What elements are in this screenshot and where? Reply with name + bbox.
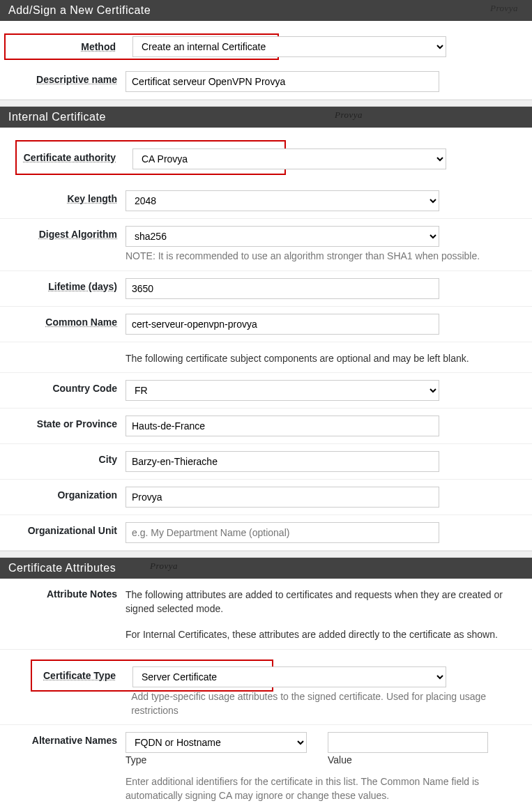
state-label: State or Province bbox=[37, 418, 117, 429]
org-input[interactable] bbox=[126, 487, 439, 508]
country-select[interactable]: FR bbox=[126, 380, 439, 401]
section-spacer bbox=[0, 100, 532, 107]
ou-input[interactable] bbox=[126, 522, 439, 543]
panel-header-cert-attrs: Certificate Attributes Provya bbox=[0, 558, 532, 579]
descriptive-name-input[interactable] bbox=[126, 71, 439, 92]
ou-label: Organizational Unit bbox=[28, 525, 117, 536]
org-label: Organization bbox=[57, 489, 117, 501]
attr-notes-1: The following attributes are added to ce… bbox=[126, 588, 525, 616]
method-select-full[interactable]: Create an internal Certificate bbox=[132, 36, 446, 57]
watermark-text: Provya bbox=[335, 109, 363, 121]
altnames-type-select[interactable]: FQDN or Hostname bbox=[126, 732, 307, 753]
attr-notes-2: For Internal Certificates, these attribu… bbox=[126, 628, 525, 642]
watermark-text: Provya bbox=[490, 3, 518, 14]
panel-title: Internal Certificate bbox=[8, 111, 106, 123]
section-spacer bbox=[0, 551, 532, 558]
panel-header-internal-cert: Internal Certificate Provya bbox=[0, 107, 532, 128]
digest-note: NOTE: It is recommended to use an algori… bbox=[126, 250, 525, 264]
altnames-type-sublabel: Type bbox=[126, 754, 307, 765]
altnames-value-input[interactable] bbox=[328, 732, 488, 753]
city-label: City bbox=[99, 454, 117, 465]
panel-title: Add/Sign a New Certificate bbox=[8, 4, 151, 16]
cert-type-help: Add type-specific usage attributes to th… bbox=[131, 690, 532, 717]
ca-select[interactable]: CA Provya bbox=[132, 148, 446, 169]
attr-notes-label: Attribute Notes bbox=[47, 588, 117, 600]
keylength-select[interactable]: 2048 bbox=[126, 190, 439, 211]
altnames-help: Enter additional identifiers for the cer… bbox=[126, 775, 525, 802]
common-name-label: Common Name bbox=[45, 317, 117, 328]
panel-header-add-sign: Add/Sign a New Certificate Provya bbox=[0, 0, 532, 21]
city-input[interactable] bbox=[126, 451, 439, 472]
altnames-label: Alternative Names bbox=[32, 735, 117, 746]
panel-title: Certificate Attributes bbox=[8, 562, 116, 574]
digest-label: Digest Algorithm bbox=[39, 229, 117, 240]
optional-note: The following certificate subject compon… bbox=[126, 352, 525, 366]
lifetime-input[interactable] bbox=[126, 278, 439, 299]
country-label: Country Code bbox=[52, 383, 117, 394]
state-input[interactable] bbox=[126, 416, 439, 436]
lifetime-label: Lifetime (days) bbox=[48, 281, 117, 292]
keylength-label: Key length bbox=[67, 193, 117, 204]
watermark-text: Provya bbox=[150, 561, 178, 572]
altnames-value-sublabel: Value bbox=[328, 754, 488, 765]
common-name-input[interactable] bbox=[126, 314, 439, 335]
descriptive-name-label: Descriptive name bbox=[36, 74, 117, 85]
cert-type-select[interactable]: Server Certificate bbox=[132, 666, 446, 687]
digest-select[interactable]: sha256 bbox=[126, 226, 439, 247]
